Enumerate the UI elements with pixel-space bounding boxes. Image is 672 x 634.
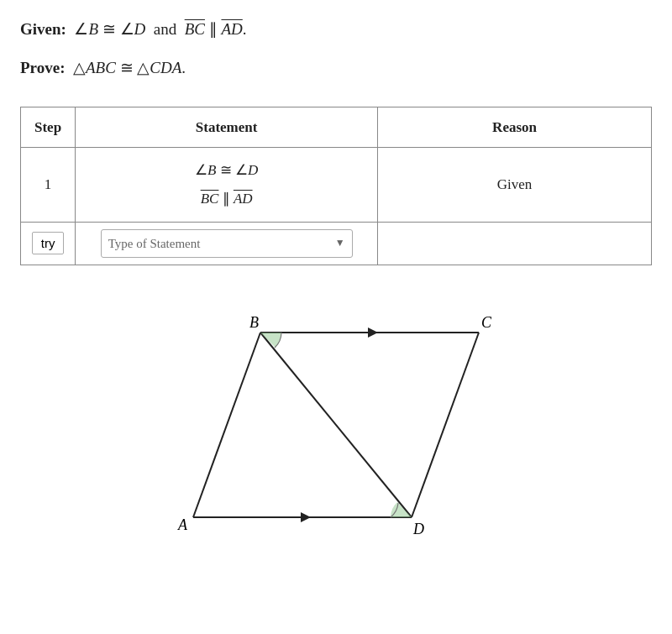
statement-line-2: BC ∥ AD: [89, 185, 364, 213]
label-C: C: [481, 314, 492, 331]
type-of-statement-label: Type of Statement: [108, 233, 201, 254]
given-content: ∠B ≅ ∠D and BC ∥ AD.: [71, 20, 247, 38]
col-header-statement: Statement: [76, 107, 378, 147]
prove-content: △ABC ≅ △CDA.: [69, 59, 186, 76]
try-button[interactable]: try: [32, 232, 65, 254]
geometry-diagram: B C A D: [160, 291, 512, 551]
try-row: try Type of Statement ▼: [21, 222, 652, 265]
svg-line-4: [260, 333, 412, 517]
prove-line: Prove: △ABC ≅ △CDA.: [20, 55, 652, 81]
try-cell: try: [21, 222, 76, 265]
statement-line-1: ∠B ≅ ∠D: [89, 156, 364, 185]
label-A: A: [177, 516, 188, 533]
prove-label: Prove:: [20, 59, 65, 76]
reason-cell: Given: [378, 147, 652, 222]
step-number: 1: [21, 147, 76, 222]
svg-line-2: [412, 333, 479, 517]
empty-reason-cell: [378, 222, 652, 265]
col-header-reason: Reason: [378, 107, 652, 147]
svg-marker-6: [301, 512, 311, 522]
chevron-down-icon: ▼: [335, 235, 345, 251]
statement-cell: ∠B ≅ ∠D BC ∥ AD: [76, 147, 378, 222]
type-of-statement-cell: Type of Statement ▼: [76, 222, 378, 265]
given-label: Given:: [20, 20, 66, 38]
given-line: Given: ∠B ≅ ∠D and BC ∥ AD.: [20, 17, 652, 42]
type-of-statement-dropdown[interactable]: Type of Statement ▼: [101, 229, 353, 258]
svg-line-0: [193, 333, 260, 517]
proof-table: Step Statement Reason 1 ∠B ≅ ∠D BC ∥ AD …: [20, 107, 652, 265]
diagram-container: B C A D: [20, 291, 652, 551]
svg-marker-5: [368, 327, 378, 338]
label-D: D: [412, 521, 424, 537]
col-header-step: Step: [21, 107, 76, 147]
table-row: 1 ∠B ≅ ∠D BC ∥ AD Given: [21, 147, 652, 222]
label-B: B: [249, 314, 259, 331]
